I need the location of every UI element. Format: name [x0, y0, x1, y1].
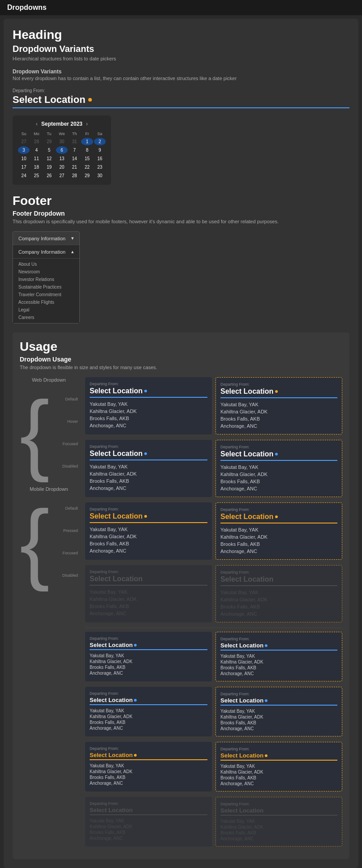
loc-option[interactable]: Anchorage, ANC	[90, 547, 207, 554]
mobile-loc-option[interactable]: Kahiltna Glacier, ADK	[90, 769, 207, 774]
mobile-loc-option[interactable]: Brooks Falls, AKB	[220, 775, 337, 781]
loc-option[interactable]: Brooks Falls, AKB	[90, 540, 207, 547]
cal-day[interactable]: 1	[81, 138, 93, 145]
loc-option[interactable]: Yakutat Bay, YAK	[220, 464, 337, 471]
loc-option[interactable]: Kahiltna Glacier, ADK	[90, 533, 207, 540]
cal-day[interactable]: 6	[56, 146, 68, 154]
select-location-text[interactable]: Select Location	[13, 94, 86, 106]
mobile-loc-option[interactable]: Anchorage, ANC	[220, 726, 337, 732]
cal-day[interactable]: 4	[30, 146, 42, 154]
cal-day[interactable]: 18	[30, 163, 42, 171]
mobile-loc-title-default-right[interactable]: Select Location	[220, 642, 337, 649]
cal-day[interactable]: 21	[69, 163, 80, 171]
cal-day[interactable]: 17	[18, 163, 30, 171]
mobile-loc-option[interactable]: Anchorage, ANC	[90, 725, 207, 731]
mobile-loc-option[interactable]: Anchorage, ANC	[220, 781, 337, 787]
mobile-loc-option[interactable]: Anchorage, ANC	[90, 670, 207, 676]
mobile-loc-option[interactable]: Yakutat Bay, YAK	[90, 763, 207, 769]
footer-sub-investor[interactable]: Investor Relations	[18, 276, 74, 283]
mobile-loc-title-focused-left[interactable]: Select Location	[90, 752, 207, 758]
mobile-loc-title-pressed-left[interactable]: Select Location	[90, 697, 207, 703]
loc-title-default-right[interactable]: Select Location	[220, 387, 337, 396]
loc-option[interactable]: Anchorage, ANC	[90, 485, 207, 492]
mobile-loc-option[interactable]: Brooks Falls, AKB	[90, 664, 207, 670]
cal-next-button[interactable]: ›	[86, 121, 88, 127]
mobile-loc-title-pressed-right[interactable]: Select Location	[220, 697, 337, 704]
footer-sub-accessible[interactable]: Accessible Flights	[18, 298, 74, 306]
mobile-loc-option[interactable]: Yakutat Bay, YAK	[220, 653, 337, 659]
cal-day[interactable]: 24	[18, 172, 30, 179]
cal-day[interactable]: 28	[69, 172, 80, 179]
footer-sub-newsroom[interactable]: Newsroom	[18, 268, 74, 276]
loc-option[interactable]: Kahiltna Glacier, ADK	[90, 470, 207, 477]
loc-option[interactable]: Brooks Falls, AKB	[220, 540, 337, 548]
cal-day[interactable]: 3	[18, 146, 30, 154]
loc-option[interactable]: Yakutat Bay, YAK	[90, 400, 207, 408]
cal-day[interactable]: 12	[43, 155, 55, 162]
loc-option[interactable]: Brooks Falls, AKB	[90, 477, 207, 485]
cal-day[interactable]: 19	[43, 163, 55, 171]
mobile-loc-option[interactable]: Brooks Falls, AKB	[220, 665, 337, 671]
cal-day[interactable]: 29	[81, 172, 93, 179]
cal-day[interactable]: 30	[94, 172, 106, 179]
cal-day[interactable]: 27	[56, 172, 68, 179]
cal-day[interactable]: 26	[43, 172, 55, 179]
mobile-loc-title-default-left[interactable]: Select Location	[90, 642, 207, 648]
cal-day[interactable]: 28	[30, 138, 42, 145]
cal-day[interactable]: 27	[18, 138, 30, 145]
loc-title-focused-right[interactable]: Select Location	[220, 513, 337, 521]
mobile-loc-option[interactable]: Kahiltna Glacier, ADK	[220, 769, 337, 775]
cal-day[interactable]: 20	[56, 163, 68, 171]
loc-option[interactable]: Anchorage, ANC	[90, 422, 207, 429]
mobile-loc-option[interactable]: Kahiltna Glacier, ADK	[90, 659, 207, 664]
footer-sub-legal[interactable]: Legal	[18, 306, 74, 314]
mobile-loc-option[interactable]: Yakutat Bay, YAK	[220, 708, 337, 714]
cal-day[interactable]: 9	[94, 146, 106, 154]
mobile-loc-option[interactable]: Brooks Falls, AKB	[220, 720, 337, 726]
cal-day[interactable]: 23	[94, 163, 106, 171]
mobile-loc-option[interactable]: Kahiltna Glacier, ADK	[90, 714, 207, 719]
footer-item-expanded[interactable]: Company Information ▴	[13, 245, 79, 259]
mobile-loc-option[interactable]: Anchorage, ANC	[220, 671, 337, 677]
mobile-loc-option[interactable]: Yakutat Bay, YAK	[90, 653, 207, 659]
loc-option[interactable]: Yakutat Bay, YAK	[220, 401, 337, 408]
loc-option[interactable]: Kahiltna Glacier, ADK	[220, 533, 337, 540]
cal-day[interactable]: 8	[81, 146, 93, 154]
cal-day[interactable]: 22	[81, 163, 93, 171]
mobile-loc-option[interactable]: Anchorage, ANC	[90, 780, 207, 786]
loc-option[interactable]: Brooks Falls, AKB	[220, 478, 337, 485]
footer-sub-careers[interactable]: Careers	[18, 314, 74, 321]
cal-day[interactable]: 15	[81, 155, 93, 162]
loc-title-default-left[interactable]: Select Location	[90, 387, 207, 395]
loc-option[interactable]: Yakutat Bay, YAK	[90, 526, 207, 533]
loc-option[interactable]: Kahiltna Glacier, ADK	[220, 408, 337, 415]
cal-day[interactable]: 29	[43, 138, 55, 145]
cal-day[interactable]: 11	[30, 155, 42, 162]
loc-option[interactable]: Kahiltna Glacier, ADK	[220, 471, 337, 478]
cal-day[interactable]: 14	[69, 155, 80, 162]
mobile-loc-option[interactable]: Kahiltna Glacier, ADK	[220, 714, 337, 720]
mobile-loc-title-focused-right[interactable]: Select Location	[220, 752, 337, 759]
loc-title-hover-left[interactable]: Select Location	[90, 450, 207, 458]
loc-option[interactable]: Yakutat Bay, YAK	[90, 463, 207, 470]
mobile-loc-option[interactable]: Kahiltna Glacier, ADK	[220, 659, 337, 665]
loc-option[interactable]: Yakutat Bay, YAK	[220, 526, 337, 533]
cal-day[interactable]: 2	[94, 138, 106, 145]
cal-day[interactable]: 7	[69, 146, 80, 154]
mobile-loc-option[interactable]: Brooks Falls, AKB	[90, 774, 207, 780]
cal-day[interactable]: 31	[69, 138, 80, 145]
loc-option[interactable]: Anchorage, ANC	[220, 548, 337, 555]
loc-option[interactable]: Brooks Falls, AKB	[90, 415, 207, 422]
loc-option[interactable]: Anchorage, ANC	[220, 485, 337, 492]
cal-prev-button[interactable]: ‹	[36, 121, 38, 127]
cal-day[interactable]: 25	[30, 172, 42, 179]
footer-item-collapsed[interactable]: Company Information ▾	[13, 232, 79, 245]
mobile-loc-option[interactable]: Yakutat Bay, YAK	[220, 763, 337, 769]
loc-option[interactable]: Anchorage, ANC	[220, 422, 337, 430]
footer-sub-sustainable[interactable]: Sustainable Practices	[18, 283, 74, 291]
cal-day[interactable]: 30	[56, 138, 68, 145]
cal-day[interactable]: 10	[18, 155, 30, 162]
loc-title-hover-right[interactable]: Select Location	[220, 450, 337, 458]
loc-option[interactable]: Kahiltna Glacier, ADK	[90, 408, 207, 415]
mobile-loc-option[interactable]: Yakutat Bay, YAK	[90, 708, 207, 714]
